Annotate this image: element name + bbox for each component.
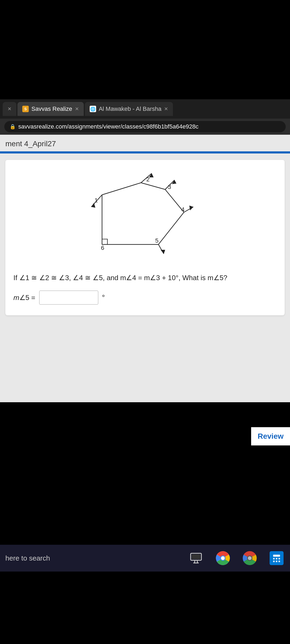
tab-savvas-label: Savvas Realize (31, 105, 72, 112)
svg-rect-35 (278, 561, 280, 562)
tab-savvas[interactable]: S Savvas Realize ✕ (17, 102, 84, 116)
taskbar-monitor-icon[interactable] (183, 545, 209, 572)
svg-rect-31 (276, 558, 277, 559)
geometry-figure: 1 2 3 4 5 6 (13, 168, 277, 265)
svg-rect-29 (273, 555, 280, 557)
tab-close-icon[interactable]: ✕ (8, 106, 12, 112)
bottom-black-bar (0, 572, 290, 644)
svg-line-2 (102, 183, 141, 195)
angle-3-label: 3 (168, 184, 171, 190)
mawakeb-icon: 🌐 (90, 106, 96, 112)
answer-input[interactable] (39, 291, 98, 305)
svg-point-24 (221, 556, 225, 560)
top-black-bar (0, 0, 290, 99)
angle-1-label: 1 (95, 197, 98, 204)
tabs-bar: ✕ S Savvas Realize ✕ 🌐 Al Mawakeb - Al B… (0, 99, 290, 119)
question-card: 1 2 3 4 5 6 If ∠1 ≅ ∠2 ≅ ∠3, ∠4 ≅ ∠5, an… (5, 160, 285, 315)
svg-marker-13 (189, 206, 193, 210)
tab-mawakeb-label: Al Mawakeb - Al Barsha (99, 105, 162, 112)
question-text: If ∠1 ≅ ∠2 ≅ ∠3, ∠4 ≅ ∠5, and m∠4 = m∠3 … (13, 273, 277, 283)
tab-inactive[interactable]: ✕ (3, 102, 16, 116)
svg-rect-21 (192, 554, 200, 559)
angle-6-label: 6 (101, 244, 104, 251)
blue-bar (0, 151, 290, 153)
taskbar-chrome-icon[interactable] (209, 545, 236, 572)
svg-line-5 (158, 212, 184, 244)
tab-savvas-close-icon[interactable]: ✕ (75, 106, 79, 112)
taskbar: here to search (0, 545, 290, 572)
lock-icon: 🔒 (10, 124, 16, 130)
address-text: savvasrealize.com/assignments/viewer/cla… (18, 123, 198, 130)
page-title: ment 4_April27 (5, 140, 56, 148)
search-area[interactable]: here to search (0, 545, 183, 572)
svg-marker-15 (161, 250, 165, 254)
tab-mawakeb-close-icon[interactable]: ✕ (164, 106, 168, 112)
geometry-svg: 1 2 3 4 5 6 (81, 168, 209, 265)
savvas-icon: S (22, 106, 29, 112)
taskbar-calculator-icon[interactable] (263, 545, 290, 572)
search-text: here to search (5, 554, 50, 562)
svg-line-3 (141, 183, 165, 189)
svg-rect-32 (278, 558, 280, 559)
calculator-icon (270, 551, 284, 565)
monitor-icon (189, 551, 203, 565)
answer-label: m∠5 = (13, 294, 35, 302)
address-bar-row: 🔒 savvasrealize.com/assignments/viewer/c… (0, 119, 290, 135)
gray-area (0, 322, 290, 402)
address-bar[interactable]: 🔒 savvasrealize.com/assignments/viewer/c… (4, 121, 286, 132)
svg-rect-33 (273, 561, 275, 562)
taskbar-chrome2-icon[interactable] (236, 545, 263, 572)
answer-row: m∠5 = ° (13, 291, 277, 305)
tab-mawakeb[interactable]: 🌐 Al Mawakeb - Al Barsha ✕ (85, 102, 173, 116)
browser-chrome: ✕ S Savvas Realize ✕ 🌐 Al Mawakeb - Al B… (0, 99, 290, 135)
svg-rect-34 (276, 561, 277, 562)
angle-2-label: 2 (146, 176, 150, 183)
review-button[interactable]: Review (251, 427, 290, 445)
angle-5-label: 5 (155, 237, 158, 244)
chrome2-icon (243, 551, 257, 565)
svg-rect-16 (102, 239, 107, 244)
page-content: ment 4_April27 (0, 135, 290, 402)
angle-4-label: 4 (181, 206, 184, 213)
svg-rect-30 (273, 558, 275, 559)
page-header: ment 4_April27 (0, 135, 290, 148)
question-description: If ∠1 ≅ ∠2 ≅ ∠3, ∠4 ≅ ∠5, and m∠4 = m∠3 … (13, 274, 227, 282)
taskbar-icons (183, 545, 290, 572)
chrome-icon (216, 551, 230, 565)
degree-symbol: ° (102, 293, 105, 302)
svg-point-27 (248, 556, 252, 560)
